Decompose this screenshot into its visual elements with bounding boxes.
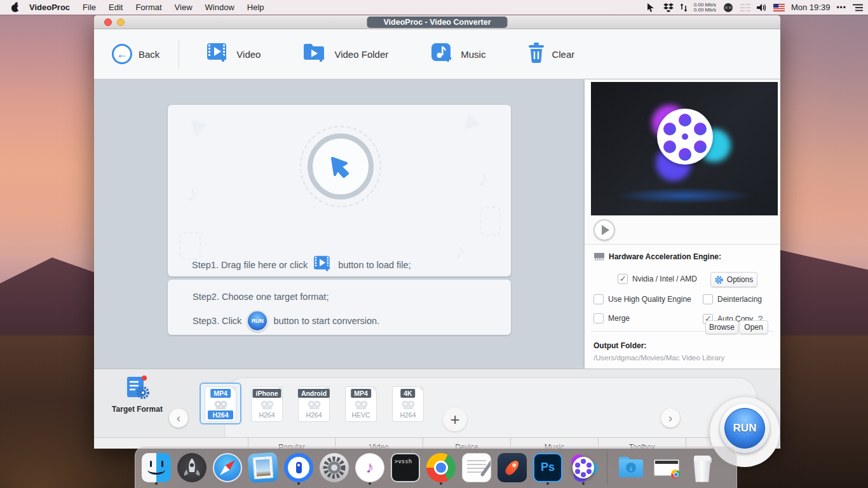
drop-target-ring[interactable] (308, 133, 374, 200)
format-codec-label: H264 (299, 411, 329, 419)
menu-bar-clock[interactable]: Mon 19:39 (791, 3, 830, 12)
scroll-formats-left-button[interactable]: ‹ (169, 409, 188, 428)
add-video-folder-label: Video Folder (334, 49, 388, 60)
browse-label: Browse (709, 323, 735, 332)
menu-edit[interactable]: Edit (102, 3, 129, 12)
dock-system-preferences-icon[interactable] (318, 451, 350, 485)
dock-downloads-folder-icon[interactable]: ↓ (615, 451, 647, 485)
menu-file[interactable]: File (76, 3, 102, 12)
close-window-button[interactable] (104, 18, 112, 26)
menu-format[interactable]: Format (129, 3, 168, 12)
run-badge-icon: RUN (247, 310, 268, 332)
step1-text-prefix: Step1. Drag file here or click (192, 260, 308, 270)
gpu-checkbox[interactable] (618, 274, 628, 284)
back-arrow-icon: ← (112, 44, 132, 64)
step3-text-suffix: button to start conversion. (273, 316, 379, 326)
trash-icon (527, 43, 545, 65)
dock-window-stack-icon[interactable] (651, 451, 682, 485)
dock-videoproc-icon[interactable] (567, 451, 599, 485)
chip-icon (593, 253, 605, 261)
video-preview[interactable] (591, 82, 778, 215)
format-chip-4k-h264[interactable]: 4K H264 (392, 386, 424, 422)
add-music-icon (430, 42, 454, 66)
active-app-menu[interactable]: VideoProc (23, 3, 76, 12)
terminal-prompt-text: >vssh (395, 458, 412, 464)
high-quality-label: Use High Quality Engine (608, 295, 691, 304)
window-titlebar[interactable]: VideoProc - Video Converter (94, 15, 780, 29)
dock-finder-icon[interactable] (140, 451, 172, 485)
film-reel-icon (354, 400, 368, 410)
film-reel-icon (214, 400, 227, 410)
format-chip-mp4-hevc[interactable]: MP4 HEVC (345, 386, 377, 422)
inactive-bars-icon[interactable] (740, 1, 750, 14)
merge-checkbox-row[interactable]: Merge (593, 313, 630, 323)
dock-textedit-icon[interactable] (461, 451, 492, 485)
clear-button[interactable]: Clear (527, 43, 574, 65)
add-format-button[interactable]: + (443, 407, 467, 431)
high-quality-checkbox[interactable] (593, 294, 604, 304)
add-music-button[interactable]: Music (430, 42, 485, 66)
browse-button[interactable]: Browse (705, 320, 738, 334)
drop-cursor-icon (327, 153, 354, 180)
add-video-button[interactable]: Video (206, 42, 261, 66)
watermark-music-note-icon: ♪ (478, 166, 489, 191)
format-name-badge: iPhone (252, 389, 281, 398)
open-button[interactable]: Open (739, 320, 768, 334)
chevron-right-icon: › (668, 412, 672, 425)
format-name-badge: Android (298, 389, 330, 398)
minimize-window-button[interactable] (117, 18, 125, 26)
network-speed-indicator[interactable]: 0.00 Mb/s 0.00 Mb/s (694, 3, 716, 13)
deinterlacing-checkbox[interactable] (703, 294, 713, 304)
high-quality-checkbox-row[interactable]: Use High Quality Engine (593, 294, 691, 304)
format-codec-label: H264 (252, 411, 282, 419)
scroll-formats-right-button[interactable]: › (661, 409, 680, 428)
dock-itunes-icon[interactable]: ♪ (354, 451, 386, 485)
add-video-folder-button[interactable]: Video Folder (302, 42, 388, 66)
sync-arrows-icon[interactable] (680, 1, 688, 14)
watermark-play-icon (465, 112, 482, 133)
target-format-block[interactable]: Target Format (100, 374, 174, 414)
running-indicator (582, 482, 585, 485)
dock-launchpad-icon[interactable] (176, 451, 208, 485)
play-button[interactable] (593, 219, 615, 241)
gpu-checkbox-label: Nvidia / Intel / AMD (632, 274, 697, 283)
window-title: VideoProc - Video Converter (367, 17, 507, 28)
dropbox-icon[interactable] (663, 1, 674, 14)
step3-text-prefix: Step3. Click (193, 316, 241, 326)
back-label: Back (139, 49, 159, 60)
apple-menu-icon[interactable] (10, 3, 20, 13)
menu-bar-status-area: 0.00 Mb/s 0.00 Mb/s (647, 1, 863, 14)
drop-zone-panel[interactable]: ♪ ♪ ♪ Step1. Drag file here or click (168, 105, 511, 276)
format-chip-iphone-h264[interactable]: iPhone H264 (251, 386, 283, 422)
menu-help[interactable]: Help (241, 3, 271, 12)
dock-terminal-icon[interactable]: >vssh (390, 451, 421, 485)
dock-rocket-app-icon[interactable] (496, 451, 528, 485)
cursor-tool-icon[interactable] (647, 1, 657, 14)
dock-mail-icon[interactable] (247, 451, 279, 485)
menu-window[interactable]: Window (199, 3, 241, 12)
notification-center-icon[interactable] (853, 1, 863, 14)
dock-photoshop-icon[interactable]: Ps (532, 451, 564, 485)
back-button[interactable]: ← Back (112, 44, 159, 64)
merge-checkbox[interactable] (593, 313, 604, 323)
dock-chrome-icon[interactable] (425, 451, 457, 485)
dock-1password-icon[interactable] (283, 451, 315, 485)
format-chip-android-h264[interactable]: Android H264 (298, 386, 330, 422)
volume-icon[interactable] (757, 1, 767, 14)
merge-label: Merge (608, 314, 630, 323)
dark-app-status-icon[interactable] (722, 1, 734, 14)
content-area: ♪ ♪ ♪ Step1. Drag file here or click (94, 79, 780, 369)
gpu-checkbox-row[interactable]: Nvidia / Intel / AMD (618, 274, 697, 284)
run-button-label: RUN (724, 408, 765, 449)
menu-overflow-dots[interactable]: ••• (836, 3, 846, 12)
output-folder-label: Output Folder: (593, 341, 646, 350)
menu-view[interactable]: View (168, 3, 199, 12)
input-language-flag-icon[interactable] (773, 1, 785, 14)
step3-instruction: Step3. Click RUN button to start convers… (193, 310, 379, 332)
dock-trash-icon[interactable] (686, 451, 718, 485)
dock-safari-icon[interactable] (212, 451, 243, 485)
options-button[interactable]: Options (710, 272, 757, 287)
format-chip-mp4-h264[interactable]: MP4 H264 (205, 386, 236, 422)
clear-label: Clear (552, 49, 574, 60)
deinterlacing-checkbox-row[interactable]: Deinterlacing (703, 294, 762, 304)
